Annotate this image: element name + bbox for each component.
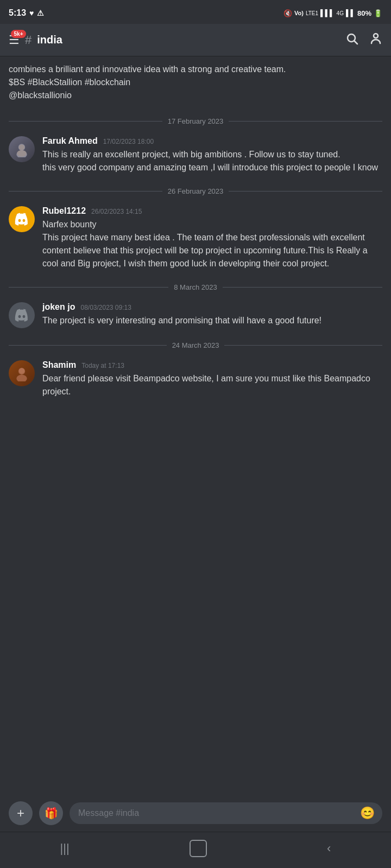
discord-icon-rubel	[14, 211, 30, 227]
time-display: 5:13	[9, 8, 26, 18]
battery-icon: 🔋	[374, 9, 382, 17]
message-shamim-content: Shamim Today at 17:13 Dear friend please…	[42, 360, 382, 398]
avatar-joken	[9, 302, 35, 328]
svg-point-2	[374, 34, 378, 38]
message-joken-content: joken jo 08/03/2023 09:13 The project is…	[42, 302, 382, 328]
message-faruk-text: This is really an excellent project, wit…	[42, 148, 382, 174]
input-bar: + 🎁 Message #india 😊	[0, 795, 391, 832]
status-icons: 🔇 Vo) LTE1 ▌▌▌ 4G ▌▌ 80% 🔋	[283, 9, 382, 17]
battery-display: 80%	[357, 9, 371, 17]
channel-header: ☰ 5k+ # india	[0, 24, 391, 56]
timestamp-joken: 08/03/2023 09:13	[80, 304, 131, 311]
username-rubel: Rubel1212	[42, 206, 86, 216]
message-joken-header: joken jo 08/03/2023 09:13	[42, 302, 382, 312]
header-left: ☰ 5k+ # india	[9, 33, 345, 47]
message-rubel: Rubel1212 26/02/2023 14:15 Narfex bounty…	[0, 202, 391, 277]
message-shamim: Shamim Today at 17:13 Dear friend please…	[0, 356, 391, 405]
svg-point-6	[17, 150, 27, 157]
notification-badge: 5k+	[11, 30, 26, 38]
back-nav-button[interactable]: |||	[60, 841, 70, 856]
divider-line-right-4	[224, 345, 382, 346]
message-input-wrapper[interactable]: Message #india 😊	[70, 802, 382, 824]
message-shamim-header: Shamim Today at 17:13	[42, 360, 382, 370]
warning-icon: ⚠	[37, 9, 44, 17]
discord-icon-joken	[14, 307, 30, 323]
date-divider-feb17: 17 February 2023	[0, 111, 391, 132]
avatar-rubel	[9, 206, 35, 232]
signal-4g-bar-icon: ▌▌	[346, 9, 355, 17]
timestamp-rubel: 26/02/2023 14:15	[91, 208, 142, 215]
message-rubel-content: Rubel1212 26/02/2023 14:15 Narfex bounty…	[42, 206, 382, 270]
date-divider-feb26: 26 February 2023	[0, 181, 391, 202]
date-label-mar24: 24 March 2023	[172, 341, 219, 349]
members-icon[interactable]	[369, 32, 382, 48]
message-faruk: Faruk Ahmed 17/02/2023 18:00 This is rea…	[0, 132, 391, 181]
mute-icon: 🔇	[283, 9, 292, 17]
4g-icon: 4G	[337, 10, 344, 16]
forward-nav-button[interactable]: ‹	[327, 841, 331, 856]
username-shamim: Shamim	[42, 360, 76, 370]
divider-line-right-3	[223, 287, 382, 288]
divider-line-right	[229, 121, 382, 122]
divider-line-left-2	[9, 191, 162, 192]
hash-icon: #	[25, 33, 31, 47]
divider-line-left	[9, 121, 162, 122]
lte-icon: LTE1	[306, 10, 318, 16]
navigation-bar: ||| ‹	[0, 832, 391, 868]
faruk-avatar-svg	[14, 141, 30, 157]
divider-line-left-3	[9, 287, 168, 288]
svg-point-8	[16, 375, 27, 381]
svg-point-5	[19, 144, 25, 150]
emoji-button[interactable]: 😊	[360, 806, 375, 820]
home-nav-button[interactable]	[190, 840, 207, 857]
timestamp-shamim: Today at 17:13	[81, 362, 124, 369]
heart-icon: ♥	[29, 9, 34, 17]
message-joken: joken jo 08/03/2023 09:13 The project is…	[0, 298, 391, 335]
gift-button[interactable]: 🎁	[39, 801, 63, 825]
partial-message-text: combines a brilliant and innovative idea…	[9, 65, 286, 100]
plus-icon: +	[17, 806, 24, 821]
svg-line-1	[355, 41, 358, 44]
date-divider-mar8: 8 March 2023	[0, 277, 391, 298]
status-bar: 5:13 ♥ ⚠ 🔇 Vo) LTE1 ▌▌▌ 4G ▌▌ 80% 🔋	[0, 0, 391, 24]
chat-area: combines a brilliant and innovative idea…	[0, 56, 391, 795]
search-icon[interactable]	[345, 32, 358, 48]
status-time: 5:13 ♥ ⚠	[9, 8, 44, 18]
date-label-feb17: 17 February 2023	[168, 117, 224, 125]
message-faruk-header: Faruk Ahmed 17/02/2023 18:00	[42, 136, 382, 146]
signal-vo-icon: Vo)	[294, 10, 304, 16]
channel-name: india	[37, 34, 62, 46]
timestamp-faruk: 17/02/2023 18:00	[103, 138, 154, 145]
message-joken-text: The project is very interesting and prom…	[42, 314, 382, 327]
message-shamim-text: Dear friend please visit Beampadco websi…	[42, 372, 382, 398]
avatar-shamim	[9, 360, 35, 386]
message-faruk-content: Faruk Ahmed 17/02/2023 18:00 This is rea…	[42, 136, 382, 174]
gift-icon: 🎁	[45, 807, 58, 820]
date-label-feb26: 26 February 2023	[168, 187, 224, 195]
add-attachment-button[interactable]: +	[9, 801, 33, 825]
message-rubel-text: Narfex bounty This project have many bes…	[42, 218, 382, 270]
message-placeholder: Message #india	[78, 808, 139, 818]
svg-point-9	[19, 368, 25, 374]
message-rubel-header: Rubel1212 26/02/2023 14:15	[42, 206, 382, 216]
partial-message: combines a brilliant and innovative idea…	[0, 56, 391, 111]
avatar-faruk	[9, 136, 35, 162]
username-joken: joken jo	[42, 302, 75, 312]
username-faruk: Faruk Ahmed	[42, 136, 98, 146]
shamim-avatar-svg	[14, 365, 30, 381]
signal-bar-icon: ▌▌▌	[320, 9, 335, 17]
date-label-mar8: 8 March 2023	[174, 283, 217, 291]
menu-button[interactable]: ☰ 5k+	[9, 34, 20, 46]
divider-line-right-2	[229, 191, 382, 192]
header-actions	[345, 32, 382, 48]
date-divider-mar24: 24 March 2023	[0, 335, 391, 356]
divider-line-left-4	[9, 345, 167, 346]
